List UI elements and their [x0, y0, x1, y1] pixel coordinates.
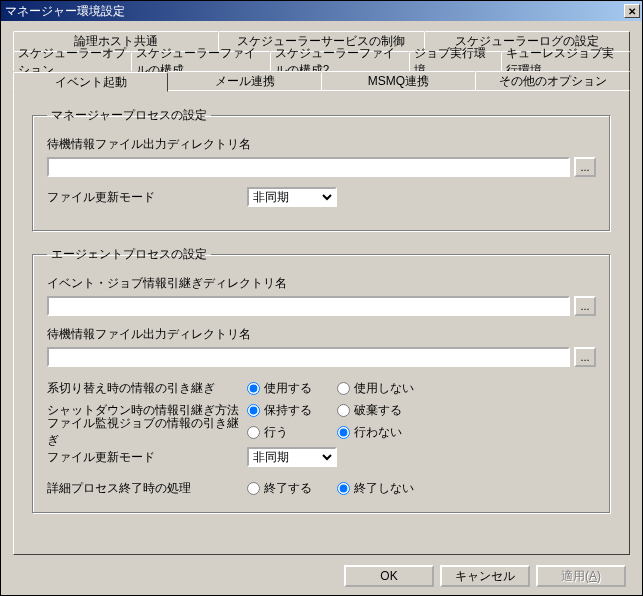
window-title: マネージャー環境設定	[5, 3, 125, 20]
tab-other-options[interactable]: その他のオプション	[475, 71, 630, 91]
radio-detailproc-noend[interactable]: 終了しない	[337, 480, 427, 497]
tab-mail-link[interactable]: メール連携	[167, 71, 322, 91]
tab-msmq-link[interactable]: MSMQ連携	[321, 71, 476, 91]
radio-filewatch-do[interactable]: 行う	[247, 424, 337, 441]
close-icon: ✕	[628, 6, 636, 17]
client-area: 論理ホスト共通 スケジューラーサービスの制御 スケジューラーログの設定 スケジュ…	[1, 21, 642, 595]
label-mgr-wait-file-dir: 待機情報ファイル出力ディレクトリ名	[47, 136, 596, 153]
input-mgr-wait-file-dir[interactable]	[47, 157, 570, 177]
label-agent-event-job-dir: イベント・ジョブ情報引継ぎディレクトリ名	[47, 275, 596, 292]
tab-scheduler-file-config2[interactable]: スケジューラーファイルの構成2	[270, 51, 410, 71]
label-agent-file-update-mode: ファイル更新モード	[47, 449, 247, 466]
browse-mgr-wait-file-dir[interactable]: ...	[574, 157, 596, 177]
label-filewatch: ファイル監視ジョブの情報の引き継ぎ	[47, 415, 247, 449]
label-mgr-file-update-mode: ファイル更新モード	[47, 189, 247, 206]
group-agent-process-legend: エージェントプロセスの設定	[47, 246, 211, 263]
titlebar: マネージャー環境設定 ✕	[1, 1, 642, 21]
tab-panel-event-startup: マネージャープロセスの設定 待機情報ファイル出力ディレクトリ名 ... ファイル…	[13, 90, 630, 555]
select-mgr-file-update-mode[interactable]: 非同期	[247, 187, 337, 207]
cancel-button[interactable]: キャンセル	[440, 565, 530, 587]
tab-queueless-job-exec-env[interactable]: キューレスジョブ実行環境	[501, 51, 630, 71]
label-switchover: 系切り替え時の情報の引き継ぎ	[47, 380, 247, 397]
input-agent-wait-file-dir[interactable]	[47, 347, 570, 367]
apply-button[interactable]: 適用(A)	[536, 565, 626, 587]
ellipsis-icon: ...	[580, 161, 589, 173]
window: マネージャー環境設定 ✕ 論理ホスト共通 スケジューラーサービスの制御 スケジュ…	[0, 0, 643, 596]
group-manager-process: マネージャープロセスの設定 待機情報ファイル出力ディレクトリ名 ... ファイル…	[32, 107, 611, 232]
label-agent-wait-file-dir: 待機情報ファイル出力ディレクトリ名	[47, 326, 596, 343]
tab-job-exec-env[interactable]: ジョブ実行環境	[409, 51, 502, 71]
radio-shutdown-keep[interactable]: 保持する	[247, 402, 337, 419]
ok-button[interactable]: OK	[344, 565, 434, 587]
group-manager-process-legend: マネージャープロセスの設定	[47, 107, 211, 124]
select-agent-file-update-mode[interactable]: 非同期	[247, 447, 337, 467]
tab-scheduler-file-config[interactable]: スケジューラーファイルの構成	[131, 51, 271, 71]
button-bar: OK キャンセル 適用(A)	[13, 555, 630, 587]
browse-agent-event-job-dir[interactable]: ...	[574, 296, 596, 316]
tab-scheduler-options[interactable]: スケジューラーオプション	[13, 51, 132, 71]
ellipsis-icon: ...	[580, 300, 589, 312]
ellipsis-icon: ...	[580, 351, 589, 363]
radio-shutdown-discard[interactable]: 破棄する	[337, 402, 427, 419]
tab-event-startup[interactable]: イベント起動	[13, 72, 168, 92]
radio-detailproc-end[interactable]: 終了する	[247, 480, 337, 497]
radio-filewatch-dont[interactable]: 行わない	[337, 424, 427, 441]
label-detailproc: 詳細プロセス終了時の処理	[47, 480, 247, 497]
radio-switchover-use[interactable]: 使用する	[247, 380, 337, 397]
group-agent-process: エージェントプロセスの設定 イベント・ジョブ情報引継ぎディレクトリ名 ... 待…	[32, 246, 611, 514]
input-agent-event-job-dir[interactable]	[47, 296, 570, 316]
radio-switchover-nouse[interactable]: 使用しない	[337, 380, 427, 397]
tab-strip: 論理ホスト共通 スケジューラーサービスの制御 スケジューラーログの設定 スケジュ…	[13, 31, 630, 91]
close-button[interactable]: ✕	[624, 4, 640, 18]
browse-agent-wait-file-dir[interactable]: ...	[574, 347, 596, 367]
